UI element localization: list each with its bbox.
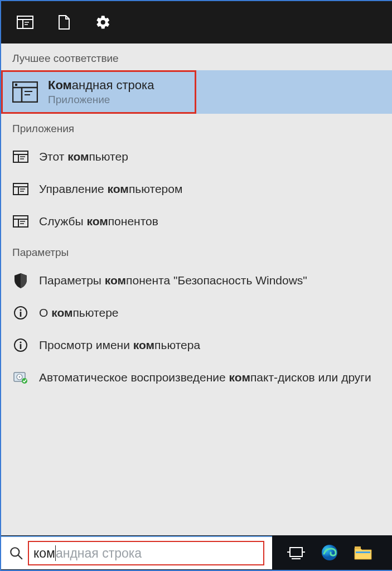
svg-rect-44 bbox=[356, 551, 370, 553]
best-match-section-label: Лучшее соответствие bbox=[1, 43, 392, 70]
settings-result-0-label: Параметры компонента "Безопасность Windo… bbox=[39, 274, 307, 287]
taskbar-search[interactable]: командная строка bbox=[1, 536, 272, 569]
app-result-0[interactable]: Этот компьютер bbox=[1, 141, 392, 173]
settings-list: Параметры компонента "Безопасность Windo… bbox=[1, 264, 392, 394]
search-input[interactable]: командная строка bbox=[28, 541, 264, 565]
apps-filter-icon[interactable] bbox=[17, 14, 33, 31]
search-typed-text: ком bbox=[33, 546, 55, 561]
settings-result-3-label: Автоматическое воспроизведение компакт-д… bbox=[39, 371, 371, 384]
info-icon bbox=[12, 304, 29, 321]
settings-result-1[interactable]: О компьютере bbox=[1, 297, 392, 329]
svg-point-27 bbox=[20, 309, 21, 311]
search-ghost-text: андная строка bbox=[56, 546, 142, 561]
svg-point-34 bbox=[19, 376, 21, 378]
svg-rect-28 bbox=[20, 312, 22, 317]
apps-list: Этот компьютерУправление компьютеромСлуж… bbox=[1, 141, 392, 238]
settings-result-2-label: Просмотр имени компьютера bbox=[39, 338, 200, 352]
window-icon bbox=[12, 148, 29, 165]
svg-point-36 bbox=[11, 548, 19, 556]
taskview-icon[interactable] bbox=[287, 543, 306, 562]
documents-filter-icon[interactable] bbox=[56, 14, 72, 31]
svg-rect-43 bbox=[355, 546, 361, 549]
svg-rect-31 bbox=[20, 344, 22, 349]
disc-icon bbox=[12, 369, 29, 386]
search-icon bbox=[9, 546, 23, 560]
settings-result-1-label: О компьютере bbox=[39, 306, 119, 320]
svg-point-30 bbox=[20, 341, 21, 343]
info-icon bbox=[12, 337, 29, 354]
app-result-1[interactable]: Управление компьютером bbox=[1, 173, 392, 205]
window-icon bbox=[12, 181, 29, 197]
best-match-text: Командная строка Приложение bbox=[48, 78, 154, 106]
settings-section-label: Параметры bbox=[1, 238, 392, 264]
best-match-item[interactable]: Командная строка Приложение bbox=[1, 70, 392, 114]
cmd-icon bbox=[12, 79, 38, 105]
settings-result-2[interactable]: Просмотр имени компьютера bbox=[1, 329, 392, 361]
shield-icon bbox=[12, 272, 29, 289]
svg-line-37 bbox=[18, 555, 22, 559]
taskbar: командная строка bbox=[1, 535, 392, 570]
best-match-wrap: Командная строка Приложение bbox=[1, 70, 392, 114]
search-results: Лучшее соответствие Командная строка При… bbox=[1, 43, 392, 535]
file-explorer-icon[interactable] bbox=[354, 543, 372, 562]
start-search-panel: Лучшее соответствие Командная строка При… bbox=[0, 0, 392, 571]
app-result-1-label: Управление компьютером bbox=[39, 182, 182, 196]
svg-rect-38 bbox=[290, 548, 302, 557]
best-match-title: Командная строка bbox=[48, 78, 154, 93]
settings-result-3[interactable]: Автоматическое воспроизведение компакт-д… bbox=[1, 361, 392, 394]
svg-rect-8 bbox=[15, 84, 17, 86]
best-match-subtitle: Приложение bbox=[48, 94, 154, 106]
edge-icon[interactable] bbox=[320, 543, 339, 562]
apps-section-label: Приложения bbox=[1, 114, 392, 141]
settings-filter-icon[interactable] bbox=[95, 14, 112, 31]
app-result-2[interactable]: Службы компонентов bbox=[1, 205, 392, 238]
search-filter-bar bbox=[1, 1, 392, 43]
app-result-0-label: Этот компьютер bbox=[39, 150, 128, 163]
app-result-2-label: Службы компонентов bbox=[39, 215, 158, 228]
window-icon bbox=[12, 213, 29, 230]
taskbar-tray bbox=[272, 543, 392, 562]
settings-result-0[interactable]: Параметры компонента "Безопасность Windo… bbox=[1, 264, 392, 297]
